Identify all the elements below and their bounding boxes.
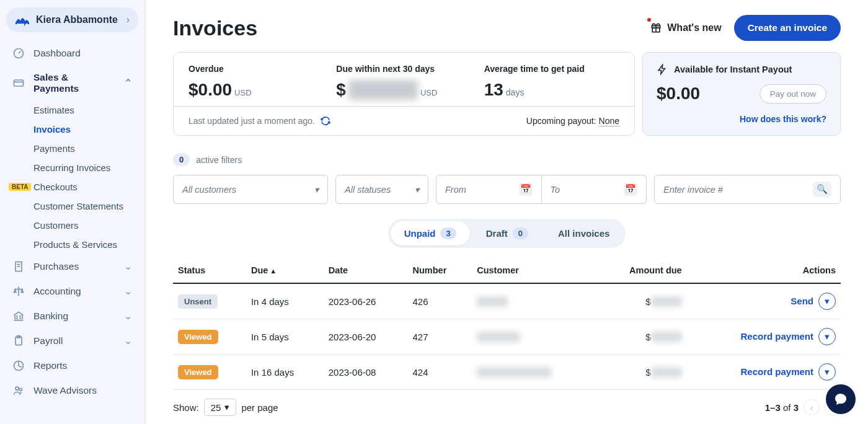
chevron-right-icon: › xyxy=(126,14,130,25)
amount-blurred: XXXXX xyxy=(651,332,682,342)
col-amount[interactable]: Amount due xyxy=(595,258,686,283)
col-date[interactable]: Date xyxy=(324,258,408,283)
user-name: Kiera Abbamonte xyxy=(36,14,120,25)
nav-sales-payments[interactable]: Sales & Payments ⌃ xyxy=(0,66,144,100)
last-updated: Last updated just a moment ago. xyxy=(188,116,315,126)
overdue-value: $0.00 xyxy=(188,80,232,100)
sidebar-item-customer-statements[interactable]: Customer Statements xyxy=(0,197,144,216)
row-action-link[interactable]: Record payment xyxy=(740,331,813,342)
col-actions: Actions xyxy=(687,258,841,283)
status-badge: Viewed xyxy=(178,365,218,379)
beta-badge: BETA xyxy=(9,183,31,191)
col-status[interactable]: Status xyxy=(173,258,246,283)
tab-unpaid[interactable]: Unpaid3 xyxy=(391,221,470,245)
tab-all[interactable]: All invoices xyxy=(544,221,623,245)
nav-accounting[interactable]: Accounting ⌄ xyxy=(0,279,144,304)
search-icon: 🔍 xyxy=(813,182,831,197)
col-due[interactable]: Due▲ xyxy=(246,258,324,283)
nav-advisors[interactable]: Wave Advisors xyxy=(0,378,144,403)
payout-now-button[interactable]: Pay out now xyxy=(760,84,826,104)
page-prev-button[interactable]: ‹ xyxy=(804,399,820,415)
whats-new-button[interactable]: What's new xyxy=(650,22,721,34)
nav-reports[interactable]: Reports xyxy=(0,353,144,378)
row-action-link[interactable]: Record payment xyxy=(740,366,813,377)
col-customer[interactable]: Customer xyxy=(472,258,595,283)
amount-blurred: XXXXX xyxy=(651,367,682,378)
bolt-icon xyxy=(657,64,668,75)
create-invoice-button[interactable]: Create an invoice xyxy=(734,15,841,41)
chat-icon xyxy=(833,392,848,407)
nav-purchases[interactable]: Purchases ⌄ xyxy=(0,254,144,279)
payout-amount: $0.00 xyxy=(657,84,760,104)
user-menu[interactable]: Kiera Abbamonte › xyxy=(6,7,138,32)
svg-rect-1 xyxy=(14,80,24,86)
invoices-table: Status Due▲ Date Number Customer Amount … xyxy=(173,258,841,390)
nav-payroll[interactable]: Payroll ⌄ xyxy=(0,329,144,353)
people-icon xyxy=(12,384,25,397)
status-badge: Unsent xyxy=(178,294,218,309)
bank-icon xyxy=(12,310,25,322)
due30-label: Due within next 30 days xyxy=(336,64,471,74)
sidebar-item-customers[interactable]: Customers xyxy=(0,216,144,235)
sort-asc-icon: ▲ xyxy=(270,267,277,275)
sidebar-item-payments[interactable]: Payments xyxy=(0,139,144,158)
row-action-menu[interactable]: ▾ xyxy=(818,363,836,381)
due30-value-blurred: XXXXXX xyxy=(348,80,418,100)
filter-customers-select[interactable]: All customers▾ xyxy=(173,175,328,204)
customer-blurred: XXXXX xyxy=(477,296,508,307)
table-row[interactable]: UnsentIn 4 days2023-06-26426XXXXX$XXXXXS… xyxy=(173,283,841,319)
dropdown-icon: ▾ xyxy=(224,402,229,413)
receipt-icon xyxy=(12,260,25,273)
row-action-menu[interactable]: ▾ xyxy=(818,328,836,345)
sidebar-item-recurring-invoices[interactable]: Recurring Invoices xyxy=(0,158,144,177)
chevron-down-icon: ⌄ xyxy=(124,335,132,347)
main-content: Invoices What's new Create an invoice Ov… xyxy=(146,0,868,424)
card-icon xyxy=(12,77,25,89)
sidebar-item-invoices[interactable]: Invoices xyxy=(0,120,144,139)
filter-invoice-search[interactable]: Enter invoice #🔍 xyxy=(654,175,841,204)
avgtime-value: 13 xyxy=(484,80,503,100)
tab-draft[interactable]: Draft0 xyxy=(472,221,542,245)
filter-statuses-select[interactable]: All statuses▾ xyxy=(335,175,428,204)
sidebar-item-products-services[interactable]: Products & Services xyxy=(0,235,144,254)
chevron-down-icon: ⌄ xyxy=(124,261,132,272)
avgtime-label: Average time to get paid xyxy=(484,64,619,74)
chevron-up-icon: ⌃ xyxy=(124,77,132,89)
row-action-menu[interactable]: ▾ xyxy=(818,293,836,310)
col-number[interactable]: Number xyxy=(408,258,472,283)
wave-logo-icon xyxy=(15,12,30,27)
chat-fab[interactable] xyxy=(826,384,856,414)
invoice-tabs: Unpaid3 Draft0 All invoices xyxy=(388,219,626,248)
filter-to-date[interactable]: To📅 xyxy=(542,175,647,204)
summary-card: Overdue $0.00 USD Due within next 30 day… xyxy=(173,52,635,136)
row-action-link[interactable]: Send xyxy=(790,296,813,306)
gauge-icon xyxy=(12,47,25,60)
svg-point-6 xyxy=(16,387,19,390)
sidebar: Kiera Abbamonte › Dashboard Sales & Paym… xyxy=(0,0,146,424)
gift-icon xyxy=(650,22,662,34)
nav-banking[interactable]: Banking ⌄ xyxy=(0,304,144,329)
overdue-label: Overdue xyxy=(188,64,324,74)
refresh-icon[interactable] xyxy=(320,115,331,126)
table-row[interactable]: ViewedIn 5 days2023-06-20427XXXXXXX$XXXX… xyxy=(173,319,841,355)
how-does-this-work-link[interactable]: How does this work? xyxy=(657,114,826,124)
scale-icon xyxy=(12,285,25,298)
chevron-down-icon: ⌄ xyxy=(124,286,132,297)
active-filter-count: 0 xyxy=(173,153,190,166)
clipboard-icon xyxy=(12,335,25,347)
upcoming-payout-link[interactable]: None xyxy=(599,116,619,126)
chart-icon xyxy=(12,360,25,372)
per-page-select[interactable]: 25 ▾ xyxy=(204,399,237,416)
filter-from-date[interactable]: From📅 xyxy=(436,175,542,204)
nav-dashboard[interactable]: Dashboard xyxy=(0,41,144,66)
page-title: Invoices xyxy=(173,16,650,40)
sidebar-item-checkouts[interactable]: BETACheckouts xyxy=(0,177,144,197)
amount-blurred: XXXXX xyxy=(651,296,682,307)
sidebar-item-estimates[interactable]: Estimates xyxy=(0,100,144,120)
svg-point-7 xyxy=(19,388,22,391)
customer-blurred: XXXXXXXXXXXX xyxy=(477,367,551,378)
customer-blurred: XXXXXXX xyxy=(477,332,520,342)
table-row[interactable]: ViewedIn 16 days2023-06-08424XXXXXXXXXXX… xyxy=(173,355,841,390)
calendar-icon: 📅 xyxy=(624,183,637,196)
instant-payout-card: Available for Instant Payout $0.00 Pay o… xyxy=(642,52,841,136)
